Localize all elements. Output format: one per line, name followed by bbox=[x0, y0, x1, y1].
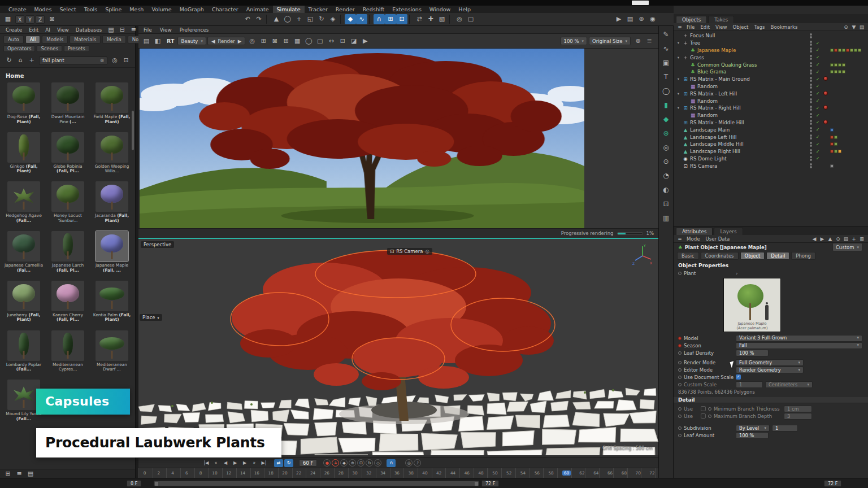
ruler-tick-64[interactable]: 64 bbox=[593, 470, 599, 476]
capsule-icon[interactable]: ▮ bbox=[660, 99, 672, 111]
object-label[interactable]: Blue Grama bbox=[697, 69, 808, 75]
object-row[interactable]: ▲ Landscape Middle Hill ✓ bbox=[674, 141, 868, 148]
model-dropdown[interactable]: Variant 3 Full-Grown▾ bbox=[736, 335, 862, 342]
object-label[interactable]: RS Matrix - Right Hill bbox=[690, 105, 808, 111]
mode-menu[interactable]: Mode bbox=[684, 236, 702, 242]
visibility-dots[interactable] bbox=[810, 47, 813, 53]
ruler-tick-54[interactable]: 54 bbox=[520, 470, 526, 476]
axis-y-button[interactable]: Y bbox=[25, 15, 34, 24]
axis-z-button[interactable]: Z bbox=[36, 15, 45, 24]
visibility-dots[interactable] bbox=[810, 106, 813, 111]
grid-icon[interactable]: ⊞ bbox=[280, 36, 292, 46]
render-mode-dropdown[interactable]: Full Geometry▾ bbox=[736, 359, 804, 366]
attr-tab-object[interactable]: Object bbox=[740, 252, 765, 260]
home-icon[interactable]: ⌂ bbox=[15, 55, 26, 66]
current-frame-field[interactable]: 60 F bbox=[299, 459, 317, 467]
plant-item[interactable]: Field Maple (Fall, Plant) bbox=[92, 82, 132, 129]
enable-check-icon[interactable]: ✓ bbox=[815, 120, 821, 125]
anim-dot[interactable] bbox=[708, 415, 711, 418]
spline-icon[interactable]: ∿ bbox=[660, 42, 672, 55]
plant-item[interactable]: Japanese Larch (Fall, Pl... bbox=[47, 231, 88, 277]
document-end-field[interactable]: 72 F bbox=[824, 480, 841, 487]
asset-menu-ai[interactable]: AI bbox=[42, 27, 54, 33]
add-icon[interactable]: + bbox=[850, 234, 858, 244]
ruler-tick-14[interactable]: 14 bbox=[240, 470, 246, 476]
attr-tab-coordinates[interactable]: Coordinates bbox=[701, 252, 739, 260]
enable-check-icon[interactable]: ✓ bbox=[815, 127, 821, 132]
save-image-icon[interactable]: ▤ bbox=[141, 36, 152, 46]
passes-icon[interactable]: ◎ bbox=[246, 36, 258, 46]
search-icon[interactable]: ⊙ bbox=[842, 22, 850, 32]
ipr-icon[interactable]: ▶ bbox=[359, 36, 371, 46]
quantize-icon[interactable]: ⊡ bbox=[396, 14, 407, 24]
visibility-dots[interactable] bbox=[810, 113, 813, 118]
mirror-icon[interactable]: ⇄ bbox=[414, 14, 425, 24]
plant-item[interactable]: Golden Weeping Willo... bbox=[92, 132, 132, 178]
circle-mask-icon[interactable]: ◯ bbox=[303, 36, 314, 46]
visibility-dots[interactable] bbox=[810, 120, 813, 125]
subdivision-field[interactable]: 1 bbox=[772, 425, 798, 432]
visibility-dots[interactable] bbox=[810, 77, 813, 82]
collapse-icon[interactable]: ⊟ bbox=[116, 25, 128, 35]
custom-preset-dropdown[interactable]: Custom▾ bbox=[832, 243, 862, 251]
timeline-ruler[interactable]: 0246810121416182022242628303234363840424… bbox=[138, 468, 658, 478]
plant-preview-image[interactable]: Japanese Maple(Acer palmatum) bbox=[723, 278, 781, 332]
ruler-tick-18[interactable]: 18 bbox=[268, 470, 274, 476]
fit-width-icon[interactable]: ↔ bbox=[326, 36, 337, 46]
attr-tab-phong[interactable]: Phong bbox=[791, 252, 815, 260]
visibility-dots[interactable] bbox=[810, 62, 813, 67]
rv-menu-view[interactable]: View bbox=[156, 27, 176, 33]
ruler-tick-48[interactable]: 48 bbox=[478, 470, 484, 476]
tag-icons[interactable] bbox=[830, 63, 865, 67]
enable-check-icon[interactable]: ✓ bbox=[815, 47, 821, 53]
tag-icons[interactable] bbox=[830, 142, 865, 146]
volume-icon[interactable]: ◐ bbox=[660, 184, 672, 196]
menu-mesh[interactable]: Mesh bbox=[125, 6, 147, 14]
camera-tool-icon[interactable]: ▥ bbox=[660, 212, 672, 224]
visibility-dots[interactable] bbox=[810, 33, 813, 38]
plant-item[interactable]: Mediterranean Dwarf ... bbox=[92, 330, 132, 377]
objects-menu-view[interactable]: View bbox=[713, 24, 730, 30]
objects-menu-bookmarks[interactable]: Bookmarks bbox=[767, 24, 800, 30]
visibility-dots[interactable] bbox=[810, 98, 813, 103]
visibility-dots[interactable] bbox=[810, 127, 813, 132]
pen-tool-icon[interactable]: ✎ bbox=[660, 28, 672, 41]
expand-arrow-icon[interactable]: ▾ bbox=[676, 106, 681, 110]
attr-tab-basic[interactable]: Basic bbox=[677, 252, 699, 260]
expand-arrow-icon[interactable]: ▾ bbox=[676, 91, 681, 96]
min-branch-field[interactable]: 1 cm bbox=[784, 406, 812, 412]
move-tool-icon[interactable]: + bbox=[293, 14, 305, 24]
leaf-amount-field[interactable]: 100 % bbox=[736, 432, 769, 439]
goto-start-button[interactable]: |◀ bbox=[202, 459, 211, 467]
plant-item[interactable]: Juneberry (Fall, Plant) bbox=[3, 281, 44, 327]
enable-check-icon[interactable]: ✓ bbox=[815, 69, 821, 75]
objects-menu-file[interactable]: File bbox=[684, 24, 697, 30]
object-label[interactable]: RS Dome Light bbox=[690, 156, 808, 162]
object-row[interactable]: ▦ Random ✓ bbox=[674, 83, 868, 90]
custom-scale-unit-dropdown[interactable]: Centimeters▾ bbox=[765, 381, 813, 388]
anim-dot[interactable] bbox=[678, 426, 682, 430]
plant-item[interactable]: Mediterranean Cypres... bbox=[47, 330, 88, 377]
panel-menu-icon[interactable]: ≡ bbox=[128, 25, 139, 35]
simulate-cloth-icon[interactable]: ◆ bbox=[345, 14, 356, 24]
live-select-icon[interactable]: ◯ bbox=[282, 14, 293, 24]
visibility-dots[interactable] bbox=[810, 55, 813, 60]
loop-mode-button[interactable]: ⇄ bbox=[274, 459, 283, 467]
dock-icon[interactable]: ▤ bbox=[105, 25, 116, 35]
record-rotation-button[interactable]: ↻ bbox=[366, 459, 373, 467]
object-label[interactable]: RS Matrix - Left Hill bbox=[690, 91, 808, 97]
ruler-tick-60[interactable]: 60 bbox=[562, 470, 571, 476]
plant-item[interactable]: Japanese Camellia (Fal... bbox=[3, 231, 44, 277]
rv-menu-preferences[interactable]: Preferences bbox=[176, 27, 213, 33]
up-icon[interactable]: ▲ bbox=[826, 234, 834, 244]
viewport-solo-icon[interactable]: ◎ bbox=[454, 14, 465, 24]
asset-menu-databases[interactable]: Databases bbox=[72, 27, 106, 33]
perspective-viewport[interactable]: Perspective Place ▾ ⊡RS Camera◎ Y X Z Gr… bbox=[138, 238, 658, 455]
tag-icons[interactable] bbox=[830, 150, 865, 153]
ruler-tick-46[interactable]: 46 bbox=[464, 470, 470, 476]
plant-item[interactable]: Hedgehog Agave (Fall... bbox=[3, 181, 44, 228]
object-label[interactable]: RS Matrix - Main Ground bbox=[690, 76, 808, 82]
ruler-tick-52[interactable]: 52 bbox=[506, 470, 512, 476]
tag-icons[interactable] bbox=[830, 136, 865, 139]
scale-tool-icon[interactable]: ◱ bbox=[305, 14, 316, 24]
